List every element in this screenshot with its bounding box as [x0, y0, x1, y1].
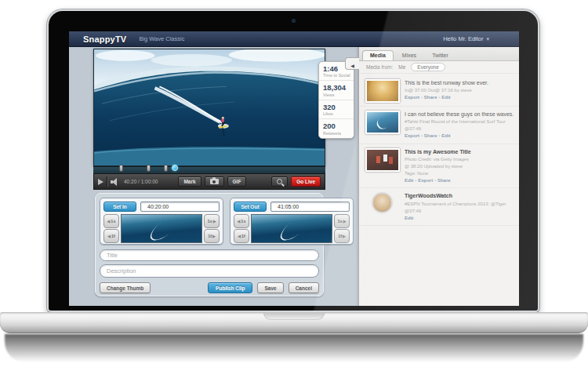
set-out-button[interactable]: Set Out [234, 202, 267, 212]
media-filter-row: Media from: Me Everyone [359, 61, 519, 74]
change-thumb-button[interactable]: Change Thumb [100, 282, 151, 293]
list-item[interactable]: This is the best runway show ever. In@ 3… [359, 75, 519, 107]
surf-wave-thumbnail[interactable] [365, 111, 400, 134]
tab-twitter[interactable]: Twitter [425, 51, 456, 60]
snapshot-button[interactable] [205, 176, 224, 187]
clip-title-input[interactable] [100, 249, 319, 261]
export-link[interactable]: Export [413, 178, 433, 183]
in-back-1s-button[interactable]: 1s [103, 214, 119, 228]
step-back-icon [107, 219, 111, 223]
webcam-dot [292, 19, 296, 23]
set-in-card: Set In 1s 1f 1s [100, 198, 223, 245]
list-item[interactable]: This is my Awesome Title Photo Credit: v… [359, 144, 519, 189]
share-link[interactable]: Share [419, 133, 437, 138]
in-back-1f-button[interactable]: 1f [103, 229, 119, 243]
share-link[interactable]: Share [433, 178, 450, 183]
in-frame-preview [121, 214, 202, 243]
mark-button[interactable]: Mark [178, 176, 201, 187]
export-link[interactable]: Export [405, 133, 419, 138]
control-divider [107, 176, 107, 187]
set-out-time-input[interactable] [270, 202, 350, 212]
media-tabs: Media Mixes Twitter [359, 47, 519, 61]
in-forward-1s-button[interactable]: 1s [204, 214, 220, 228]
save-button[interactable]: Save [257, 282, 283, 293]
step-label: 1f [208, 234, 212, 238]
stats-card: 1:46 Time to Social 18,304 Views 320 Lik… [318, 61, 354, 139]
stat-label: Views [323, 93, 351, 97]
tab-media[interactable]: Media [362, 50, 394, 60]
magnifier-icon [277, 179, 282, 184]
basketball-thumbnail[interactable] [365, 148, 400, 172]
step-label: 1s [208, 219, 212, 223]
media-item-actions: ExportShareEdit [405, 94, 514, 102]
media-item-meta: Tags: None [405, 170, 514, 177]
media-item-text: I can not believe these guys on these wa… [405, 111, 514, 140]
play-icon[interactable] [98, 179, 103, 185]
step-forward-icon [343, 219, 347, 223]
filter-option-me[interactable]: Me [398, 64, 405, 70]
set-in-time-input[interactable] [140, 202, 220, 212]
filter-option-everyone[interactable]: Everyone [411, 63, 445, 71]
set-out-card: Set Out 1s 1f 1s [230, 198, 354, 245]
in-forward-1f-button[interactable]: 1f [204, 229, 220, 243]
playhead-handle[interactable] [172, 165, 178, 171]
step-forward-icon [212, 234, 216, 238]
step-label: 1f [338, 234, 342, 238]
step-label: 1s [111, 219, 115, 223]
out-forward-1f-button[interactable]: 1f [334, 229, 350, 243]
stat-value: 200 [323, 122, 351, 130]
user-menu[interactable]: Hello Mr. Editor [443, 35, 489, 42]
gif-button[interactable]: GIF [227, 176, 247, 187]
cancel-button[interactable]: Cancel [289, 282, 319, 293]
media-item-meta: @37:49 [405, 125, 514, 133]
timeline-marker-pin[interactable] [119, 165, 123, 172]
share-link[interactable]: Share [419, 95, 437, 100]
list-item[interactable]: I can not believe these guys on these wa… [359, 107, 519, 144]
app-body: 40:20 / 1:00:00 Mark GIF Go Live [69, 47, 519, 306]
user-menu-label: Hello Mr. Editor [443, 35, 483, 42]
timeline-marker-pin[interactable] [147, 165, 151, 172]
clip-actions-row: Change Thumb Publish Clip Save Cancel [100, 282, 319, 293]
timeline-marker-pin[interactable] [164, 165, 168, 172]
step-label: 1s [241, 219, 245, 223]
edit-link[interactable]: Edit [437, 95, 450, 100]
out-back-1s-button[interactable]: 1s [234, 214, 249, 228]
list-item[interactable]: TigerWoodsWatch #ESPN Tournament of Cham… [359, 188, 519, 226]
step-label: 1f [111, 234, 115, 238]
laptop-screen-bezel: SnappyTV Big Wave Classic Hello Mr. Edit… [47, 9, 539, 312]
search-zoom-button[interactable] [271, 176, 288, 187]
tab-mixes[interactable]: Mixes [395, 51, 423, 60]
media-item-title: TigerWoodsWatch [405, 192, 514, 200]
go-live-button[interactable]: Go Live [291, 176, 321, 187]
out-forward-1s-button[interactable]: 1s [334, 214, 350, 228]
out-back-1f-button[interactable]: 1f [234, 229, 249, 243]
chevron-left-icon [350, 56, 354, 71]
stat-retweets: 200 Retweets [319, 119, 354, 137]
set-in-button[interactable]: Set In [103, 202, 136, 212]
laptop-base [0, 312, 588, 333]
media-item-title: I can not believe these guys on these wa… [405, 111, 514, 118]
caret-down-icon [486, 35, 489, 42]
step-label: 1f [241, 234, 245, 238]
publish-clip-button[interactable]: Publish Clip [208, 282, 253, 293]
edit-link[interactable]: Edit [437, 133, 450, 138]
media-item-meta: #ESPN Tournament of Champions 2013: @Tig… [405, 201, 514, 208]
timeline-scrubber[interactable] [93, 166, 325, 173]
time-display: 40:20 / 1:00:00 [124, 179, 158, 184]
video-player[interactable] [93, 49, 325, 166]
profile-avatar-thumbnail[interactable] [372, 193, 392, 213]
stat-likes: 320 Likes [319, 100, 354, 119]
edit-link[interactable]: Edit [405, 216, 413, 220]
runway-show-thumbnail[interactable] [365, 79, 400, 103]
surf-video-frame [94, 49, 325, 165]
stat-views: 18,304 Views [319, 81, 354, 100]
stat-value: 320 [323, 104, 351, 111]
edit-link[interactable]: Edit [405, 178, 413, 183]
clip-description-input[interactable] [100, 264, 319, 278]
stat-value: 18,304 [323, 84, 351, 92]
collapse-panel-button[interactable] [345, 57, 359, 70]
media-item-meta: @ 38:20 Uploaded by steve [405, 163, 514, 170]
export-link[interactable]: Export [405, 95, 419, 100]
laptop-reflection [5, 334, 583, 362]
volume-icon[interactable] [111, 178, 119, 186]
